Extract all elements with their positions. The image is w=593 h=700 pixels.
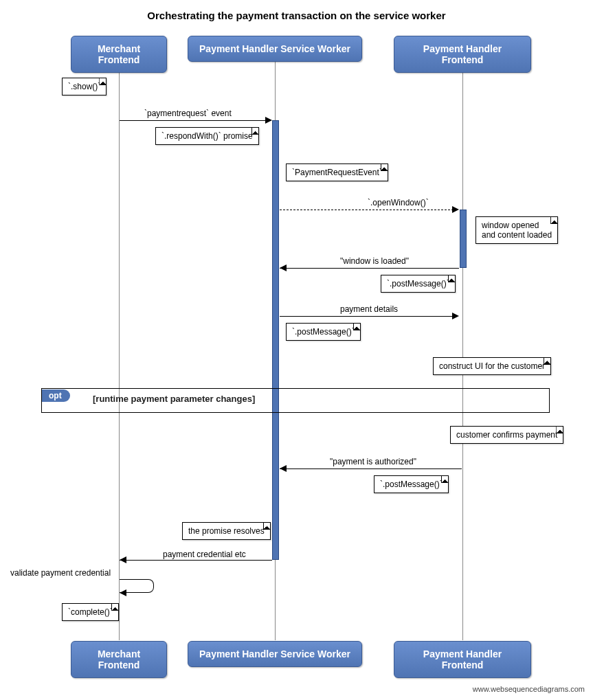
msg-payment-credential: payment credential etc — [163, 550, 246, 559]
msg-paymentrequest: `paymentrequest` event — [144, 109, 232, 118]
arrow-paymentrequest — [120, 120, 269, 121]
participant-sw-bottom: Payment Handler Service Worker — [188, 641, 362, 667]
note-show: `.show()` — [62, 78, 107, 95]
note-paymentrequestevent: `PaymentRequestEvent` — [286, 163, 388, 181]
msg-payment-authorized: "payment is authorized" — [330, 457, 416, 466]
activation-frontend — [460, 210, 467, 268]
arrow-head-payment-authorized — [280, 465, 287, 472]
arrow-payment-credential — [120, 560, 272, 561]
note-postmessage3: `.postMessage()` — [374, 475, 449, 493]
note-promise-resolves: the promise resolves — [182, 522, 271, 540]
participant-ph-frontend-bottom: Payment Handler Frontend — [394, 641, 531, 678]
msg-payment-details: payment details — [340, 304, 398, 314]
note-window-opened: window opened and content loaded — [475, 216, 558, 244]
arrow-head-openwindow — [452, 206, 459, 213]
note-postmessage1: `.postMessage()` — [381, 275, 456, 293]
opt-tag: opt — [42, 389, 70, 402]
note-construct-ui: construct UI for the customer — [433, 357, 551, 375]
arrow-payment-authorized — [280, 468, 462, 469]
opt-guard: [runtime payment parameter changes] — [93, 394, 255, 404]
arrow-head-validate — [120, 589, 126, 596]
participant-ph-frontend-top: Payment Handler Frontend — [394, 36, 531, 73]
arrow-head-paymentrequest — [265, 117, 272, 124]
activation-sw — [272, 120, 279, 560]
watermark: www.websequencediagrams.com — [473, 685, 585, 693]
participant-merchant-top: Merchant Frontend — [71, 36, 167, 73]
diagram-title: Orchestrating the payment transaction on… — [0, 10, 593, 21]
msg-openwindow: `.openWindow()` — [368, 198, 429, 207]
lifeline-a — [119, 62, 120, 640]
note-respondwith: `.respondWith()` promise — [155, 127, 259, 145]
msg-validate: validate payment credential — [10, 568, 111, 578]
note-postmessage2: `.postMessage()` — [286, 323, 361, 341]
sequence-diagram: Orchestrating the payment transaction on… — [0, 0, 593, 700]
note-customer-confirms: customer confirms payment — [450, 426, 563, 444]
arrow-head-payment-details — [452, 313, 459, 319]
participant-merchant-bottom: Merchant Frontend — [71, 641, 167, 678]
arrow-head-payment-credential — [120, 556, 126, 563]
arrow-window-loaded — [280, 268, 459, 269]
arrow-head-window-loaded — [280, 264, 287, 271]
participant-sw-top: Payment Handler Service Worker — [188, 36, 362, 62]
arrow-payment-details — [280, 316, 457, 317]
msg-window-loaded: "window is loaded" — [340, 256, 409, 266]
arrow-openwindow — [280, 210, 457, 210]
lifeline-c — [462, 62, 463, 640]
note-complete: `complete()` — [62, 603, 119, 621]
